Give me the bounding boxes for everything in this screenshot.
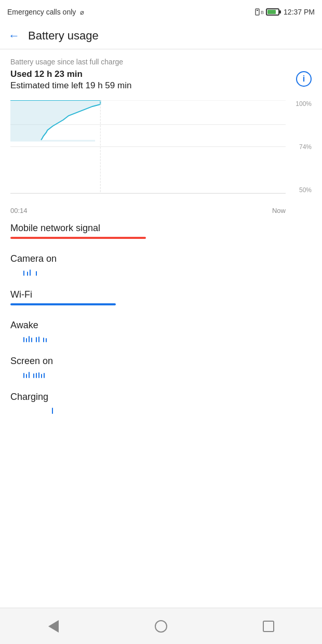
status-right: B 12:37 PM (255, 8, 315, 16)
tick (44, 373, 45, 378)
tick (36, 337, 37, 342)
activity-title-mobile: Mobile network signal (10, 223, 312, 234)
activity-title-screen: Screen on (10, 356, 312, 367)
battery-chart: 100% 74% 50% 00:14 Now (10, 100, 312, 214)
tick (33, 373, 34, 378)
activity-title-camera: Camera on (10, 253, 312, 264)
battery-since-section: Battery usage since last full charge Use… (10, 58, 312, 91)
chart-y-labels: 100% 74% 50% (296, 100, 312, 194)
tick (29, 372, 30, 378)
tick (23, 271, 24, 276)
tick (27, 272, 28, 276)
page-title: Battery usage (28, 29, 99, 43)
back-button[interactable]: ← (8, 29, 20, 43)
tick (52, 408, 53, 414)
screen-tick-marks (10, 370, 312, 378)
activity-wifi: Wi-Fi (10, 289, 312, 312)
battery-since-label: Battery usage since last full charge (10, 58, 312, 66)
time-label-now: Now (272, 207, 286, 214)
y-label-50: 50% (296, 186, 312, 194)
battery-fill (267, 10, 276, 14)
y-label-100: 100% (296, 100, 312, 108)
charging-tick-marks (10, 406, 312, 414)
status-bar: Emergency calls only ⌀ B 12:37 PM (0, 0, 322, 23)
svg-text:B: B (261, 10, 264, 15)
emergency-calls-text: Emergency calls only (7, 8, 76, 16)
time-display: 12:37 PM (284, 8, 315, 16)
tick (29, 336, 30, 342)
activity-title-awake: Awake (10, 320, 312, 331)
svg-rect-1 (257, 10, 258, 11)
tick (26, 374, 27, 378)
sim-icon: B (255, 8, 264, 16)
home-circle-icon (155, 620, 167, 633)
chart-fill (10, 100, 100, 142)
tick (36, 271, 37, 276)
chart-svg (10, 100, 286, 193)
chart-time-labels: 00:14 Now (10, 204, 286, 214)
activity-screen: Screen on (10, 356, 312, 383)
usb-icon: ⌀ (80, 8, 84, 16)
battery-status-icon (266, 8, 279, 16)
tick (38, 372, 39, 378)
battery-stats: Used 12 h 23 min Estimated time left 19 … (10, 69, 312, 91)
tick (23, 337, 24, 342)
awake-tick-marks (10, 334, 312, 342)
status-left-text: Emergency calls only ⌀ (7, 8, 84, 16)
activity-mobile-network: Mobile network signal (10, 223, 312, 245)
time-label-start: 00:14 (10, 207, 28, 214)
tick (41, 374, 42, 378)
camera-tick-marks (10, 267, 312, 276)
tick (31, 338, 32, 342)
tick (38, 337, 39, 342)
recents-square-icon (263, 621, 274, 632)
back-triangle-icon (48, 620, 59, 633)
status-icons: B (255, 8, 279, 16)
y-label-74: 74% (296, 143, 312, 151)
tick (43, 338, 44, 342)
used-time: Used 12 h 23 min (10, 69, 131, 79)
activity-awake: Awake (10, 320, 312, 347)
svg-rect-0 (256, 9, 259, 15)
activity-camera: Camera on (10, 253, 312, 281)
mobile-network-bar (10, 237, 146, 239)
tick (30, 270, 31, 276)
tick (26, 338, 27, 342)
navigation-bar (0, 608, 322, 644)
activity-title-wifi: Wi-Fi (10, 289, 312, 300)
header: ← Battery usage (0, 23, 322, 49)
activity-charging: Charging (10, 392, 312, 419)
tick (23, 373, 24, 378)
tick (36, 373, 37, 378)
battery-times: Used 12 h 23 min Estimated time left 19 … (10, 69, 131, 91)
activity-title-charging: Charging (10, 392, 312, 403)
chart-area (10, 100, 286, 194)
wifi-bar (10, 303, 116, 305)
nav-back-button[interactable] (43, 616, 64, 637)
tick (46, 338, 47, 342)
nav-home-button[interactable] (151, 616, 171, 637)
info-icon-button[interactable]: i (296, 71, 312, 87)
nav-recents-button[interactable] (258, 616, 279, 637)
content-area: Battery usage since last full charge Use… (0, 49, 322, 427)
estimated-time: Estimated time left 19 h 59 min (10, 81, 131, 91)
